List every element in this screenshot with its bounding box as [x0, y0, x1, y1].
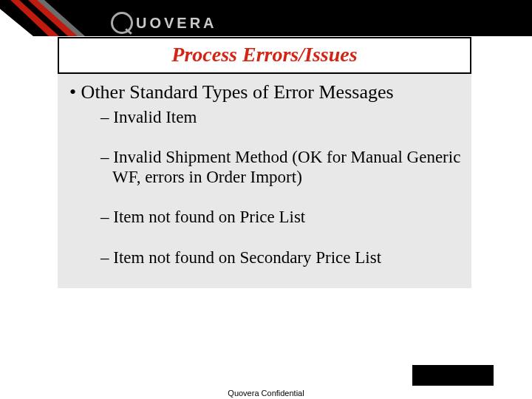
- brand-logo-text: UOVERA: [136, 15, 217, 32]
- logo-q-icon: [111, 12, 133, 34]
- slide-title: Process Errors/Issues: [171, 43, 357, 66]
- footer-confidential: Quovera Confidential: [0, 389, 532, 398]
- slide-content: Process Errors/Issues Other Standard Typ…: [58, 38, 471, 288]
- brand-logo: UOVERA: [111, 12, 217, 34]
- sub-bullet: Item not found on Secondary Price List: [100, 248, 471, 267]
- slide: UOVERA Process Errors/Issues Other Stand…: [0, 0, 532, 399]
- title-box: Process Errors/Issues: [58, 37, 471, 74]
- header-banner: UOVERA: [0, 0, 532, 36]
- sub-bullet: Invalid Shipment Method (OK for Manual G…: [100, 148, 471, 187]
- banner-stripes-icon: [0, 0, 126, 36]
- sub-bullet: Invalid Item: [100, 108, 471, 127]
- footer-accent-block: [412, 365, 494, 386]
- main-bullet: Other Standard Types of Error Messages: [69, 81, 471, 103]
- sub-bullet: Item not found on Price List: [100, 208, 471, 227]
